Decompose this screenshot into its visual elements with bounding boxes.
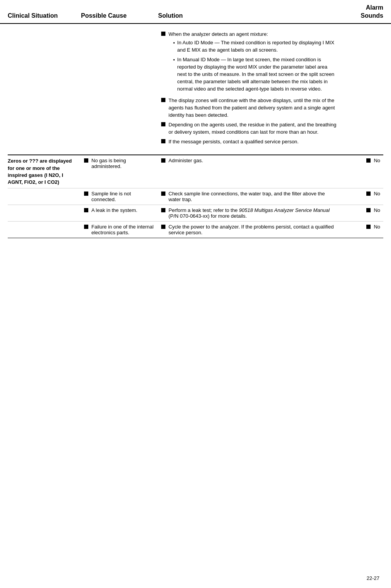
zeros-alarm-4: No: [341, 222, 383, 238]
sub-bullet-1-2: • In Manual ID Mode — In large text scre…: [173, 56, 338, 92]
continuation-cause: [81, 28, 158, 151]
alarm-square-3: [366, 208, 371, 212]
page: Clinical Situation Possible Cause Soluti…: [0, 0, 391, 588]
alarm-square-1: [366, 158, 371, 163]
bullet-item-2: The display zones will continue with the…: [161, 97, 338, 119]
solution-square-3: [161, 208, 165, 212]
zeros-alarm-3: No: [341, 205, 383, 221]
header-cause: Possible Cause: [81, 12, 158, 20]
header-solution: Solution: [158, 12, 341, 20]
zeros-row-3: A leak in the system. Perform a leak tes…: [8, 205, 383, 222]
solution-content: When the analyzer detects an agent mixtu…: [161, 29, 338, 150]
cause-square-1: [84, 158, 88, 163]
bullet-square-3: [161, 122, 165, 126]
zeros-solution-2: Check sample line connections, the water…: [158, 188, 341, 205]
solution-square-4: [161, 225, 165, 229]
zeros-cause-1: No gas is being administered.: [81, 155, 158, 188]
cause-square-2: [84, 192, 88, 196]
zeros-clinical-3: [8, 205, 81, 221]
zeros-alarm-2: No: [341, 188, 383, 205]
zeros-clinical-4: [8, 222, 81, 238]
bullet-text-1: When the analyzer detects an agent mixtu…: [169, 31, 338, 95]
zeros-alarm-1: No: [341, 155, 383, 188]
zeros-row-1: Zeros or ??? are displayed for one or mo…: [8, 155, 383, 188]
cause-square-4: [84, 225, 88, 229]
sub-bullets-1: • In Auto ID Mode — The mixed condition …: [169, 39, 338, 92]
alarm-square-4: [366, 225, 371, 229]
solution-square-2: [161, 192, 165, 196]
continuation-solution: When the analyzer detects an agent mixtu…: [158, 28, 341, 151]
zeros-row-2: Sample line is not connected. Check samp…: [8, 188, 383, 205]
zeros-clinical: Zeros or ??? are displayed for one or mo…: [8, 155, 81, 188]
bullet-item-4: If the message persists, contact a quali…: [161, 138, 338, 146]
bullet-square-1: [161, 32, 165, 36]
zeros-clinical-2: [8, 188, 81, 205]
zeros-solution-3: Perform a leak test; refer to the 90518 …: [158, 205, 341, 221]
zeros-cause-2: Sample line is not connected.: [81, 188, 158, 205]
zeros-row-4: Failure in one of the internal electroni…: [8, 222, 383, 238]
zeros-solution-4: Cycle the power to the analyzer. If the …: [158, 222, 341, 238]
page-number: 22-27: [367, 575, 379, 581]
zeros-solution-1: Administer gas.: [158, 155, 341, 188]
alarm-square-2: [366, 192, 371, 196]
continuation-clinical: [8, 28, 81, 151]
bullet-square-2: [161, 98, 165, 102]
sub-bullet-dot-1-2: •: [173, 57, 175, 64]
zeros-cause-4: Failure in one of the internal electroni…: [81, 222, 158, 238]
continuation-row: When the analyzer detects an agent mixtu…: [8, 24, 383, 156]
solution-text-3: Perform a leak test; refer to the 90518 …: [169, 207, 338, 219]
header-alarm: Alarm Sounds: [341, 4, 383, 20]
table-body: When the analyzer detects an agent mixtu…: [0, 24, 391, 239]
header-clinical: Clinical Situation: [8, 12, 81, 20]
cause-square-3: [84, 208, 88, 212]
bullet-item-1: When the analyzer detects an agent mixtu…: [161, 31, 338, 95]
sub-bullet-1-1: • In Auto ID Mode — The mixed condition …: [173, 39, 338, 54]
bullet-square-4: [161, 139, 165, 143]
table-header: Clinical Situation Possible Cause Soluti…: [0, 0, 391, 24]
continuation-alarm: [341, 28, 383, 151]
bullet-item-3: Depending on the agents used, the residu…: [161, 121, 338, 136]
zeros-cause-3: A leak in the system.: [81, 205, 158, 221]
sub-bullet-dot-1-1: •: [173, 40, 175, 47]
solution-square-1: [161, 158, 165, 163]
zeros-section: Zeros or ??? are displayed for one or mo…: [8, 155, 383, 238]
